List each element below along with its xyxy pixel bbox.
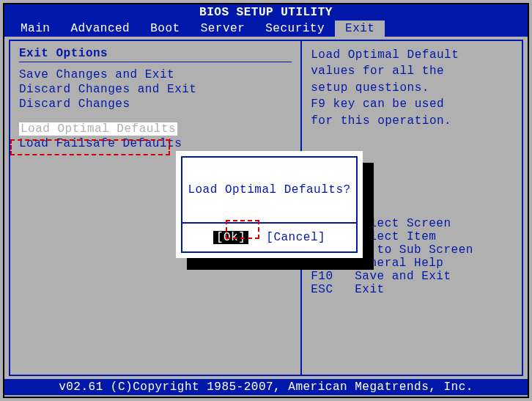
option-discard-exit[interactable]: Discard Changes and Exit: [19, 83, 292, 96]
section-title: Exit Options: [19, 47, 292, 60]
key-esc: ESCExit: [311, 283, 513, 296]
divider: [19, 62, 292, 62]
menu-exit[interactable]: Exit: [335, 21, 385, 37]
option-load-optimal[interactable]: Load Optimal Defaults: [19, 122, 292, 136]
menu-main[interactable]: Main: [10, 21, 60, 37]
menu-advanced[interactable]: Advanced: [60, 21, 140, 37]
dialog-buttons: [Ok] [Cancel]: [182, 224, 356, 251]
option-load-failsafe[interactable]: Load Failsafe Defaults: [19, 137, 292, 150]
cancel-button[interactable]: [Cancel]: [266, 231, 325, 244]
option-save-exit[interactable]: Save Changes and Exit: [19, 68, 292, 81]
menu-security[interactable]: Security: [255, 21, 335, 37]
menu-bar: Main Advanced Boot Server Security Exit: [4, 21, 528, 37]
dialog-message: Load Optimal Defaults?: [182, 158, 356, 224]
help-text: Load Optimal Default values for all the …: [311, 47, 513, 129]
menu-boot[interactable]: Boot: [140, 21, 190, 37]
menu-server[interactable]: Server: [191, 21, 256, 37]
footer: v02.61 (C)Copyright 1985-2007, American …: [4, 379, 528, 395]
confirm-dialog: Load Optimal Defaults? [Ok] [Cancel]: [176, 151, 363, 258]
key-f10: F10Save and Exit: [311, 270, 513, 283]
option-discard[interactable]: Discard Changes: [19, 98, 292, 111]
ok-button[interactable]: [Ok]: [213, 231, 248, 244]
title-bar: BIOS SETUP UTILITY: [4, 4, 528, 21]
